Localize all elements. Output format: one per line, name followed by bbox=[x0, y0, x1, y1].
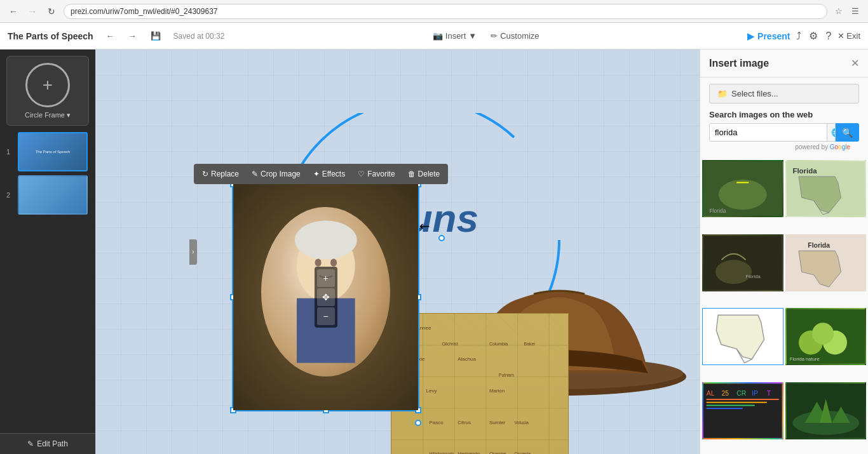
main-layout: + Circle Frame ▾ 1 The Parts of Speech 2 bbox=[0, 50, 868, 454]
grid-image-1[interactable]: Florida bbox=[702, 160, 783, 217]
svg-text:Orange: Orange bbox=[489, 451, 506, 454]
insert-chevron: ▼ bbox=[468, 31, 477, 41]
edit-path-button[interactable]: ✎ Edit Path bbox=[0, 433, 95, 454]
back-button[interactable]: ← bbox=[6, 4, 20, 18]
slide-item: 1 The Parts of Speech bbox=[6, 132, 89, 171]
refresh-button[interactable]: ↻ bbox=[44, 4, 58, 18]
grid-image-3[interactable]: Florida bbox=[702, 234, 783, 291]
save-button[interactable]: 💾 bbox=[147, 29, 165, 43]
image-toolbar: ↻ Replace ✎ Crop Image ✦ Effects ♡ Favor… bbox=[194, 164, 448, 184]
svg-point-56 bbox=[811, 323, 833, 344]
delete-button[interactable]: 🗑 Delete bbox=[402, 166, 447, 182]
frame-selector[interactable]: + Circle Frame ▾ bbox=[6, 56, 89, 126]
svg-text:Osceola: Osceola bbox=[515, 451, 531, 454]
svg-text:Hillsborough: Hillsborough bbox=[430, 451, 454, 454]
extensions-icon[interactable]: ☰ bbox=[849, 5, 862, 18]
edit-path-icon: ✎ bbox=[27, 439, 34, 448]
svg-text:Florida: Florida bbox=[746, 273, 761, 279]
close-icon: ✕ bbox=[837, 31, 844, 41]
svg-text:CR: CR bbox=[736, 390, 747, 397]
svg-rect-65 bbox=[707, 401, 767, 403]
close-panel-button[interactable]: ✕ bbox=[851, 57, 859, 69]
bookmark-icon[interactable]: ☆ bbox=[832, 5, 845, 18]
svg-point-47 bbox=[715, 260, 752, 284]
svg-point-5 bbox=[330, 258, 337, 266]
move-button[interactable]: ✥ bbox=[317, 288, 335, 306]
search-row: 🌐 ▾ 🔍 bbox=[709, 123, 859, 142]
image-grid: Florida Florida Flori bbox=[700, 160, 868, 454]
search-button[interactable]: 🔍 bbox=[836, 123, 859, 142]
slide-thumbnail-2[interactable] bbox=[18, 175, 88, 215]
search-input-wrap: 🌐 ▾ bbox=[709, 123, 836, 142]
globe-icon: 🌐 bbox=[831, 128, 836, 137]
search-icon: 🔍 bbox=[842, 128, 853, 138]
effects-button[interactable]: ✦ Effects bbox=[307, 166, 351, 182]
slide-item-2: 2 bbox=[6, 175, 89, 215]
svg-point-3 bbox=[295, 220, 357, 259]
replace-icon: ↻ bbox=[202, 170, 208, 178]
globe-dropdown[interactable]: 🌐 ▾ bbox=[827, 124, 836, 141]
edit-path-label: Edit Path bbox=[37, 439, 68, 448]
svg-point-4 bbox=[315, 258, 321, 266]
crop-image-button[interactable]: ✎ Crop Image bbox=[245, 166, 307, 182]
search-input[interactable] bbox=[710, 124, 827, 141]
help-icon[interactable]: ? bbox=[825, 30, 831, 42]
insert-button[interactable]: 📷 Insert ▼ bbox=[429, 29, 480, 43]
slide-thumb-text-1: The Parts of Speech bbox=[34, 148, 72, 156]
svg-text:Columbia: Columbia bbox=[489, 342, 508, 346]
replace-button[interactable]: ↻ Replace bbox=[196, 166, 245, 182]
slides-panel: 1 The Parts of Speech 2 bbox=[6, 132, 89, 215]
svg-text:Pasco: Pasco bbox=[430, 420, 444, 425]
grid-image-8[interactable] bbox=[785, 382, 867, 439]
toolbar-right-icons: ⤴ ⚙ ? bbox=[796, 30, 831, 42]
back-nav-button[interactable]: ← bbox=[102, 29, 118, 43]
settings-icon[interactable]: ⚙ bbox=[809, 30, 818, 42]
zoom-in-button[interactable]: + bbox=[317, 269, 335, 287]
canvas-area[interactable]: › ↻ Replace ✎ Crop Image ✦ Effects ♡ Fav… bbox=[95, 50, 700, 454]
grid-image-4[interactable]: Florida bbox=[785, 234, 867, 291]
panel-title: Insert image bbox=[709, 58, 769, 69]
zoom-out-button[interactable]: − bbox=[317, 307, 335, 325]
grid-image-5[interactable] bbox=[702, 308, 783, 365]
selected-image[interactable]: + ✥ − bbox=[232, 183, 419, 411]
grid-image-7[interactable]: AL 25 CR IP T bbox=[702, 382, 783, 439]
powered-by-text: powered by Google bbox=[709, 142, 859, 154]
svg-text:25: 25 bbox=[722, 390, 729, 397]
present-button[interactable]: ▶ Present bbox=[747, 31, 790, 41]
svg-text:Hernando: Hernando bbox=[458, 451, 480, 454]
slide-thumbnail-1[interactable]: The Parts of Speech bbox=[18, 132, 88, 171]
image-controls: + ✥ − bbox=[315, 267, 337, 328]
panel-header: Insert image ✕ bbox=[700, 50, 868, 77]
exit-button[interactable]: ✕ Exit bbox=[837, 31, 860, 41]
url-text: prezi.com/uriw7omb_nwl/edit/#0_24309637 bbox=[71, 7, 217, 16]
collapse-panel-button[interactable]: › bbox=[189, 239, 197, 265]
forward-button[interactable]: → bbox=[25, 4, 39, 18]
svg-text:Alachua: Alachua bbox=[458, 357, 476, 363]
svg-point-41 bbox=[719, 180, 767, 210]
svg-rect-64 bbox=[707, 399, 779, 400]
svg-text:Putnam: Putnam bbox=[499, 373, 514, 377]
rotation-handle[interactable] bbox=[415, 420, 421, 426]
pencil-icon: ✏ bbox=[491, 31, 498, 41]
svg-text:Marion: Marion bbox=[489, 388, 505, 394]
circle-frame-icon: + bbox=[25, 63, 70, 107]
search-section: Search images on the web 🌐 ▾ 🔍 powered b… bbox=[700, 110, 868, 160]
address-bar[interactable]: prezi.com/uriw7omb_nwl/edit/#0_24309637 bbox=[64, 4, 827, 19]
grid-image-2[interactable]: Florida bbox=[785, 160, 867, 217]
frame-label: Circle Frame bbox=[25, 111, 65, 119]
svg-text:IP: IP bbox=[752, 390, 758, 397]
left-sidebar: + Circle Frame ▾ 1 The Parts of Speech 2 bbox=[0, 50, 95, 454]
favorite-button[interactable]: ♡ Favorite bbox=[351, 166, 401, 182]
heart-icon: ♡ bbox=[358, 170, 365, 178]
slide-number-1: 1 bbox=[6, 148, 14, 156]
forward-nav-button[interactable]: → bbox=[125, 29, 140, 43]
app-title: The Parts of Speech bbox=[8, 31, 93, 41]
browser-icons: ☆ ☰ bbox=[832, 5, 862, 18]
customize-button[interactable]: ✏ Customize bbox=[487, 29, 543, 43]
select-files-button[interactable]: 📁 Select files... bbox=[709, 84, 859, 103]
grid-image-6[interactable]: Florida nature bbox=[785, 308, 867, 365]
saved-status: Saved at 00:32 bbox=[173, 32, 225, 41]
search-label: Search images on the web bbox=[709, 110, 859, 119]
svg-text:Florida: Florida bbox=[808, 242, 830, 249]
share-icon[interactable]: ⤴ bbox=[796, 30, 801, 42]
